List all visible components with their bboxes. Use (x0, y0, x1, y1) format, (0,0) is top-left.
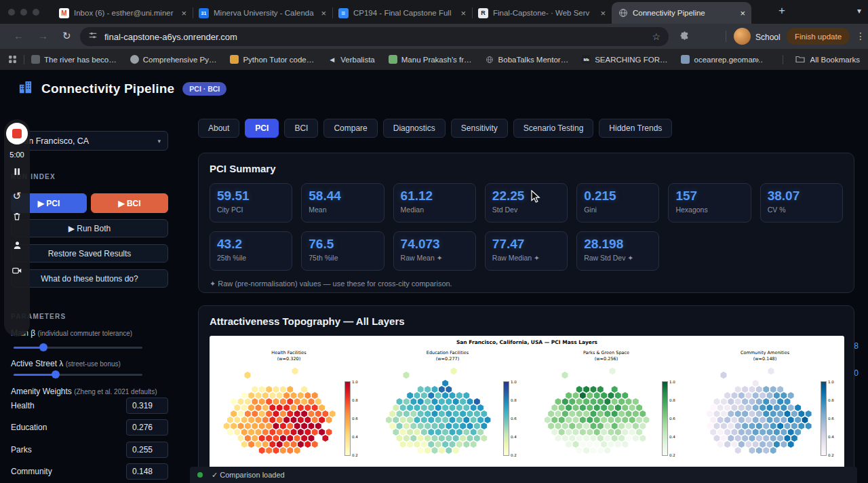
window-controls[interactable] (8, 9, 39, 16)
browser-menu-icon[interactable]: ⋮ (856, 31, 865, 41)
status-dot (197, 472, 203, 478)
run-bci-button[interactable]: ▶ BCI (91, 193, 168, 213)
tab-scenario-testing[interactable]: Scenario Testing (513, 119, 594, 138)
bookmark-favicon (230, 55, 239, 64)
bookmark-item[interactable]: Python Tutor code… (230, 55, 314, 64)
close-icon[interactable]: × (181, 8, 186, 18)
lambda-slider[interactable] (14, 370, 142, 379)
profile-avatar[interactable] (734, 28, 751, 45)
bookmark-favicon: Mk (582, 55, 591, 64)
restore-saved-results-button[interactable]: Restore Saved Results (11, 244, 168, 263)
weight-input-health[interactable] (126, 398, 168, 414)
weight-input-community[interactable] (126, 463, 168, 480)
slider-knob[interactable] (39, 343, 47, 351)
buttons-help-button[interactable]: What do these buttons do? (11, 269, 168, 288)
new-tab-button[interactable]: + (778, 4, 785, 18)
site-info-icon[interactable] (88, 31, 98, 43)
bookmark-item[interactable]: Comprehensive Py… (130, 55, 217, 64)
subplot-community: Community Amenities(w=0.148) 1.00.80.60.… (686, 336, 844, 483)
forward-icon[interactable]: → (38, 30, 48, 41)
tab-about[interactable]: About (198, 119, 239, 138)
tab-sensitivity[interactable]: Sensitivity (451, 119, 508, 138)
stat-card: 157Hexagons (668, 183, 751, 223)
restart-icon[interactable]: ↺ (11, 190, 23, 202)
weight-input-education[interactable] (126, 419, 168, 436)
browser-tab-connectivity-pipeline[interactable]: Connectivity Pipeline × (612, 2, 751, 24)
all-bookmarks-label[interactable]: All Bookmarks (810, 56, 861, 64)
tab-bci[interactable]: BCI (284, 119, 318, 138)
tab-title: CP194 - Final Capstone Full (353, 9, 456, 17)
raw-values-footnote: ✦ Raw (pre-normalisation) values — use t… (210, 279, 843, 288)
page-title: Connectivity Pipeline (41, 81, 174, 96)
bookmark-item[interactable]: The river has beco… (31, 55, 117, 64)
browser-tab-inbox[interactable]: M Inbox (6) - esther@uni.miner × (53, 2, 193, 24)
city-select[interactable]: San Francisco, CA ▾ (11, 131, 168, 151)
globe-favicon (618, 8, 628, 18)
tab-pci[interactable]: PCI (245, 119, 279, 138)
tab-list-chevron-icon[interactable]: ▾ (857, 6, 861, 16)
back-icon[interactable]: ← (14, 30, 24, 41)
browser-tab-docs[interactable]: ≡ CP194 - Final Capstone Full × (332, 2, 472, 24)
bookmark-favicon (486, 55, 494, 64)
slider-knob[interactable] (52, 370, 60, 379)
annotate-person-icon[interactable] (11, 239, 23, 251)
extensions-icon[interactable] (679, 31, 690, 44)
stat-card: 22.25Std Dev (485, 183, 568, 223)
bookmark-item[interactable]: BobaTalks Mentor… (486, 55, 569, 64)
bookmarks-divider (783, 55, 783, 64)
pause-icon[interactable] (11, 166, 23, 178)
stat-card: 59.51City PCI (210, 183, 292, 223)
gmail-favicon: M (59, 8, 69, 18)
toolbar-divider (726, 31, 726, 42)
bookmarks-bar: The river has beco… Comprehensive Py… Py… (0, 49, 868, 70)
bookmark-star-icon[interactable]: ☆ (652, 31, 660, 42)
subplot-parks: Parks & Green Space(w=0.256) 1.00.80.60.… (527, 336, 686, 483)
close-icon[interactable]: × (600, 8, 606, 18)
bookmark-item[interactable]: MkSEARCHING FOR… (582, 55, 667, 64)
bookmarks-overflow-icon[interactable]: » (754, 54, 759, 64)
bookmarks-divider (24, 55, 24, 64)
colorbar-ticks: 1.00.80.60.40.2 (527, 336, 686, 483)
stat-cards-row2: 43.225th %ile 76.575th %ile 74.073Raw Me… (210, 231, 843, 271)
folder-icon (795, 55, 805, 64)
close-icon[interactable]: × (321, 8, 326, 18)
url-text[interactable]: final-capstone-a6ys.onrender.com (104, 32, 652, 42)
bookmark-item[interactable]: ◀Verbalista (328, 55, 375, 64)
weight-label-health: Health (11, 401, 35, 410)
weight-input-parks[interactable] (126, 442, 168, 458)
browser-tab-calendar[interactable]: 31 Minerva University - Calenda × (193, 2, 332, 24)
colorbar-ticks: 1.00.80.60.40.2 (368, 336, 527, 483)
subplot-education: Education Facilities(w=0.277) 1.00.80.60… (368, 336, 527, 483)
apps-grid-icon[interactable] (8, 55, 17, 64)
bookmark-item[interactable]: oceanrep.geomar… (681, 55, 763, 64)
tab-title: Inbox (6) - esther@uni.miner (74, 9, 177, 17)
finish-update-button[interactable]: Finish update (787, 28, 850, 45)
run-both-button[interactable]: ▶ Run Both (11, 219, 168, 237)
stat-card: 61.12Median (393, 183, 476, 223)
tab-hidden-trends[interactable]: Hidden Trends (599, 119, 672, 138)
bookmark-item[interactable]: Manu Prakash's fr… (389, 55, 472, 64)
close-icon[interactable]: × (740, 8, 745, 18)
connectivity-pipeline-app: Connectivity Pipeline PCI · BCI San Fran… (0, 70, 868, 483)
pci-bci-badge: PCI · BCI (182, 82, 226, 96)
app-header: Connectivity Pipeline PCI · BCI (18, 79, 226, 98)
trash-icon[interactable] (11, 210, 23, 223)
reload-icon[interactable]: ↻ (62, 30, 71, 42)
stat-card: 0.215Gini (576, 183, 659, 223)
close-icon[interactable]: × (460, 8, 466, 18)
status-bar: ✓ Comparison loaded (190, 467, 857, 483)
amenity-weights-label: Amenity Weights (Zheng et al. 2021 defau… (11, 387, 157, 396)
profile-name[interactable]: School (755, 33, 781, 42)
camera-icon[interactable] (11, 265, 23, 277)
pci-summary-panel: PCI Summary 59.51City PCI 58.44Mean 61.1… (198, 153, 854, 293)
stat-card: 43.225th %ile (210, 231, 292, 271)
tab-compare[interactable]: Compare (323, 119, 377, 138)
browser-tab-render[interactable]: R Final-Capstone- · Web Serv × (472, 2, 612, 24)
topography-panel: Attractiveness Topography — All Layers S… (198, 305, 854, 483)
address-bar[interactable]: final-capstone-a6ys.onrender.com ☆ (80, 27, 669, 46)
beta-slider[interactable] (14, 343, 142, 351)
stop-recording-button[interactable] (6, 123, 28, 144)
bookmark-favicon (389, 55, 397, 64)
stat-card: 38.07CV % (760, 183, 843, 223)
tab-diagnostics[interactable]: Diagnostics (383, 119, 446, 138)
